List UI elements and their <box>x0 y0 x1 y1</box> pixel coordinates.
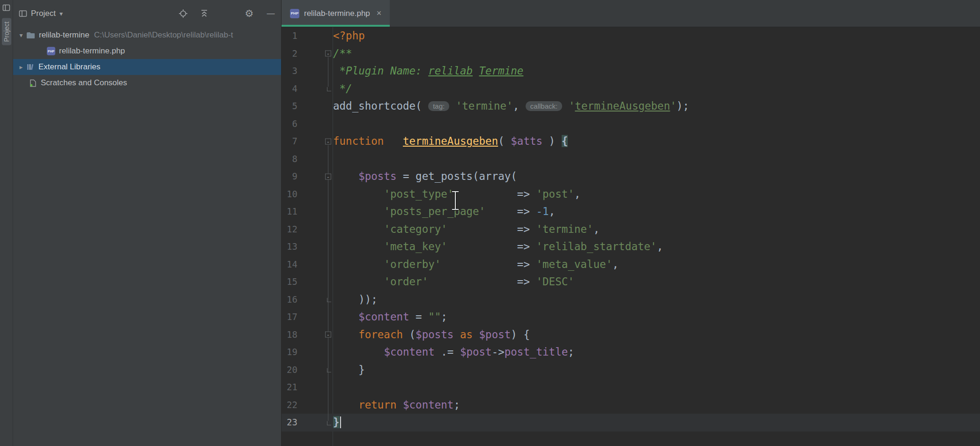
code-text[interactable]: /** <box>333 45 980 63</box>
tree-item-label: Scratches and Consoles <box>41 78 127 88</box>
line-number: 21 <box>282 379 297 396</box>
code-text[interactable]: return $content; <box>333 396 980 414</box>
code-text[interactable]: )); <box>333 291 980 309</box>
code-line-19[interactable]: 19 $content .= $post->post_title; <box>282 343 980 361</box>
code-line-3[interactable]: 3 *Plugin Name: relilab Termine <box>282 62 980 80</box>
tree-item-scratches-consoles[interactable]: Scratches and Consoles <box>13 75 281 91</box>
stripe-project-button[interactable]: Project <box>2 18 11 45</box>
code-line-4[interactable]: 4 */ <box>282 80 980 98</box>
project-tree: ▾ relilab-termine C:\Users\Daniel\Deskto… <box>13 27 281 446</box>
tab-label: relilab-termine.php <box>304 9 370 18</box>
code-text[interactable] <box>333 115 980 133</box>
code-line-9[interactable]: 9- $posts = get_posts(array( <box>282 168 980 186</box>
tab-relilab-termine-php[interactable]: PHP relilab-termine.php × <box>282 0 390 27</box>
tree-item-label: External Libraries <box>38 62 100 72</box>
code-line-22[interactable]: 22 return $content; <box>282 396 980 414</box>
code-lines: 1<?php2-/**3 *Plugin Name: relilab Termi… <box>282 27 980 431</box>
code-text[interactable]: } <box>333 414 980 431</box>
code-line-7[interactable]: 7-function termineAusgeben( $atts ) { <box>282 133 980 150</box>
code-text[interactable]: add_shortcode( tag: 'termine', callback:… <box>333 97 980 115</box>
parameter-hint: callback: <box>526 101 562 111</box>
fold-region-line <box>328 180 328 298</box>
chevron-collapsed-icon[interactable]: ▸ <box>16 63 26 71</box>
code-text[interactable]: foreach ($posts as $post) { <box>333 326 980 344</box>
code-line-5[interactable]: 5add_shortcode( tag: 'termine', callback… <box>282 97 980 115</box>
code-text[interactable]: 'orderby' => 'meta_value', <box>333 256 980 274</box>
code-text[interactable]: $content .= $post->post_title; <box>333 343 980 361</box>
fold-end-icon[interactable] <box>327 87 331 91</box>
code-line-2[interactable]: 2-/** <box>282 45 980 63</box>
line-number: 12 <box>282 221 297 238</box>
fold-collapse-icon[interactable]: - <box>325 173 331 179</box>
chevron-down-icon[interactable]: ▾ <box>59 10 63 17</box>
collapse-all-icon[interactable] <box>199 8 209 19</box>
project-panel-header: Project ▾ ⚙ — <box>13 0 281 27</box>
hide-panel-icon[interactable]: — <box>266 8 276 19</box>
code-line-15[interactable]: 15 'order' => 'DESC' <box>282 273 980 291</box>
project-tool-window-icon[interactable] <box>2 4 10 14</box>
fold-region-line <box>328 57 328 87</box>
tree-item-label: relilab-termine.php <box>59 46 125 56</box>
editor-tab-bar: PHP relilab-termine.php × <box>282 0 980 27</box>
code-line-6[interactable]: 6 <box>282 115 980 133</box>
code-line-17[interactable]: 17 $content = ""; <box>282 308 980 326</box>
code-text[interactable]: 'category' => 'termine', <box>333 221 980 238</box>
settings-gear-icon[interactable]: ⚙ <box>244 8 254 19</box>
code-editor[interactable]: 1<?php2-/**3 *Plugin Name: relilab Termi… <box>282 27 980 446</box>
fold-collapse-icon[interactable]: - <box>325 138 331 144</box>
line-number: 13 <box>282 238 297 256</box>
tree-item-path: C:\Users\Daniel\Desktop\relilab\relilab-… <box>94 30 233 40</box>
fold-end-icon[interactable] <box>327 368 331 372</box>
code-text[interactable] <box>333 150 980 168</box>
code-line-10[interactable]: 10 'post_type' => 'post', <box>282 186 980 203</box>
code-text[interactable]: *Plugin Name: relilab Termine <box>333 62 980 80</box>
tab-close-icon[interactable]: × <box>377 8 382 18</box>
code-text[interactable] <box>333 379 980 396</box>
code-text[interactable]: 'order' => 'DESC' <box>333 273 980 291</box>
code-text[interactable]: $content = ""; <box>333 308 980 326</box>
chevron-expanded-icon[interactable]: ▾ <box>16 31 26 39</box>
folder-icon <box>26 32 35 39</box>
code-text[interactable]: */ <box>333 80 980 98</box>
code-line-1[interactable]: 1<?php <box>282 27 980 45</box>
line-number: 8 <box>282 150 297 168</box>
code-line-14[interactable]: 14 'orderby' => 'meta_value', <box>282 256 980 274</box>
line-number: 15 <box>282 273 297 291</box>
code-line-21[interactable]: 21 <box>282 379 980 396</box>
locate-icon[interactable] <box>178 8 188 19</box>
line-number: 14 <box>282 256 297 274</box>
line-number: 5 <box>282 97 297 115</box>
code-line-12[interactable]: 12 'category' => 'termine', <box>282 221 980 238</box>
code-text[interactable]: function termineAusgeben( $atts ) { <box>333 133 980 150</box>
code-text[interactable]: } <box>333 361 980 379</box>
line-number: 7 <box>282 133 297 150</box>
line-number: 9 <box>282 168 297 186</box>
code-line-23[interactable]: 23} <box>282 414 980 431</box>
tree-item-relilab-termine-root[interactable]: ▾ relilab-termine C:\Users\Daniel\Deskto… <box>13 27 281 43</box>
code-line-8[interactable]: 8 <box>282 150 980 168</box>
tree-item-relilab-termine-php[interactable]: PHP relilab-termine.php <box>13 43 281 59</box>
fold-end-icon[interactable] <box>327 298 331 302</box>
line-number: 23 <box>282 414 297 431</box>
fold-region-line <box>328 338 328 368</box>
tree-item-external-libraries[interactable]: ▸ External Libraries <box>13 59 281 75</box>
line-number: 6 <box>282 115 297 133</box>
project-panel-title[interactable]: Project <box>31 9 56 18</box>
code-text[interactable]: 'posts_per_page' => -1, <box>333 203 980 221</box>
code-text[interactable]: 'meta_key' => 'relilab_startdate', <box>333 238 980 256</box>
fold-collapse-icon[interactable]: - <box>325 332 331 338</box>
fold-end-icon[interactable] <box>327 421 331 425</box>
php-file-icon: PHP <box>47 47 55 55</box>
project-view-icon <box>19 9 27 18</box>
code-line-18[interactable]: 18- foreach ($posts as $post) { <box>282 326 980 344</box>
line-number: 18 <box>282 326 297 344</box>
code-text[interactable]: 'post_type' => 'post', <box>333 186 980 203</box>
code-text[interactable]: $posts = get_posts(array( <box>333 168 980 186</box>
code-text[interactable]: <?php <box>333 27 980 45</box>
code-line-16[interactable]: 16 )); <box>282 291 980 309</box>
scratches-icon <box>29 79 37 87</box>
code-line-13[interactable]: 13 'meta_key' => 'relilab_startdate', <box>282 238 980 256</box>
fold-collapse-icon[interactable]: - <box>325 51 331 57</box>
code-line-20[interactable]: 20 } <box>282 361 980 379</box>
code-line-11[interactable]: 11 'posts_per_page' => -1, <box>282 203 980 221</box>
